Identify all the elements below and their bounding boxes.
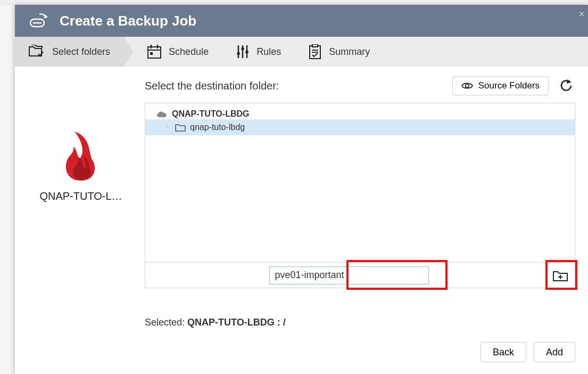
svg-marker-2 — [44, 14, 48, 19]
calendar-icon — [147, 45, 161, 59]
nas-sync-icon — [29, 13, 48, 29]
provider-side-panel: QNAP-TUTO-L… — [28, 76, 134, 364]
selected-label: Selected: — [145, 317, 187, 328]
back-button[interactable]: Back — [481, 342, 526, 362]
dialog-footer: Back Add — [145, 337, 575, 364]
step-rules[interactable]: Rules — [222, 37, 295, 67]
backblaze-flame-icon — [59, 129, 103, 183]
dialog-header: Create a Backup Job — [15, 5, 588, 37]
new-folder-input[interactable] — [269, 266, 429, 284]
step-summary[interactable]: Summary — [295, 37, 384, 67]
selected-path: Selected: QNAP-TUTO-LBDG : / — [145, 317, 575, 328]
svg-point-18 — [466, 84, 469, 87]
provider-name: QNAP-TUTO-L… — [28, 190, 134, 202]
svg-rect-3 — [148, 47, 161, 58]
wizard-steps: Select folders Schedule — [15, 37, 588, 67]
source-folders-label: Source Folders — [478, 80, 540, 91]
folder-icon — [175, 123, 186, 132]
destination-heading: Select the destination folder: — [145, 80, 452, 92]
folder-plus-icon — [553, 270, 568, 281]
step-select-folders[interactable]: Select folders — [15, 37, 124, 67]
tree-root-label: QNAP-TUTO-LBDG — [172, 109, 249, 119]
create-folder-button[interactable] — [549, 266, 572, 284]
folders-check-icon — [29, 45, 45, 59]
sliders-icon — [236, 45, 249, 59]
svg-rect-7 — [150, 52, 153, 55]
source-folders-button[interactable]: Source Folders — [452, 76, 549, 95]
step-label: Rules — [256, 46, 281, 58]
step-label: Schedule — [169, 46, 209, 58]
svg-rect-15 — [312, 44, 318, 47]
eye-icon — [461, 82, 473, 90]
tree-root-item[interactable]: QNAP-TUTO-LBDG — [145, 103, 575, 119]
svg-rect-12 — [242, 47, 244, 50]
folder-tree[interactable]: QNAP-TUTO-LBDG └ qnap-tuto-lbdg — [145, 103, 575, 263]
svg-rect-11 — [237, 52, 240, 55]
step-schedule[interactable]: Schedule — [124, 37, 222, 67]
step-label: Select folders — [52, 46, 110, 58]
tree-elbow-icon: └ — [164, 124, 171, 131]
create-backup-dialog: × Create a Backup Job Select folders — [15, 5, 588, 374]
step-label: Summary — [329, 46, 370, 58]
new-folder-row — [145, 263, 575, 288]
dialog-title: Create a Backup Job — [60, 13, 196, 29]
svg-rect-13 — [246, 51, 249, 53]
svg-marker-19 — [567, 79, 572, 84]
tree-child-label: qnap-tuto-lbdg — [190, 123, 245, 132]
cloud-icon — [156, 110, 168, 118]
tree-child-item[interactable]: └ qnap-tuto-lbdg — [145, 119, 575, 135]
add-button[interactable]: Add — [534, 342, 575, 362]
close-icon[interactable]: × — [578, 8, 585, 20]
clipboard-check-icon — [309, 44, 321, 59]
refresh-icon[interactable] — [559, 79, 573, 93]
selected-value: QNAP-TUTO-LBDG : / — [187, 317, 286, 328]
